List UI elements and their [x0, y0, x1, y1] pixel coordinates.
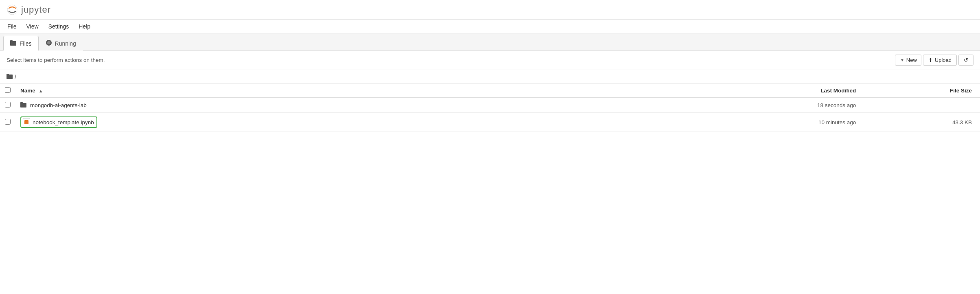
col-header-size[interactable]: File Size — [864, 84, 980, 98]
table-row: notebook_template.ipynb 10 minutes ago 4… — [0, 113, 980, 132]
row1-size — [864, 98, 980, 113]
row1-name-cell[interactable]: mongodb-ai-agents-lab — [15, 98, 690, 113]
refresh-icon: ↺ — [964, 57, 968, 63]
col-size-label: File Size — [950, 88, 972, 94]
row2-checkbox-cell — [0, 113, 15, 132]
table-header-row: Name ▲ Last Modified File Size — [0, 84, 980, 98]
toolbar: Select items to perform actions on them.… — [0, 50, 980, 70]
svg-point-0 — [7, 5, 17, 15]
breadcrumb-path: / — [15, 74, 16, 80]
notebook-icon — [23, 118, 30, 126]
toolbar-help-text: Select items to perform actions on them. — [7, 57, 105, 63]
select-all-header — [0, 84, 15, 98]
svg-rect-6 — [7, 74, 9, 75]
row2-modified: 10 minutes ago — [690, 113, 864, 132]
new-button-label: New — [906, 57, 917, 63]
file-table: Name ▲ Last Modified File Size — [0, 84, 980, 132]
upload-button-label: Upload — [935, 57, 952, 63]
tab-running[interactable]: Running — [39, 36, 83, 50]
row1-modified: 18 seconds ago — [690, 98, 864, 113]
toolbar-actions: ▼ New ⬆ Upload ↺ — [895, 55, 973, 66]
jupyter-logo-icon — [7, 4, 18, 15]
row2-name-cell[interactable]: notebook_template.ipynb — [15, 113, 690, 132]
refresh-button[interactable]: ↺ — [958, 55, 973, 66]
select-all-checkbox[interactable] — [5, 87, 11, 93]
svg-rect-2 — [10, 40, 13, 42]
breadcrumb: / — [0, 70, 980, 84]
col-header-modified[interactable]: Last Modified — [690, 84, 864, 98]
row2-checkbox[interactable] — [5, 119, 11, 125]
tab-files[interactable]: Files — [3, 36, 39, 50]
row1-filename: mongodb-ai-agents-lab — [30, 102, 87, 108]
col-header-name[interactable]: Name ▲ — [15, 84, 690, 98]
menu-item-help[interactable]: Help — [74, 22, 94, 31]
row2-size: 43.3 KB — [864, 113, 980, 132]
logo-area: jupyter — [7, 4, 51, 15]
new-button[interactable]: ▼ New — [895, 55, 921, 66]
folder-icon-sm — [20, 102, 27, 109]
col-name-label: Name — [20, 88, 35, 94]
table-row: mongodb-ai-agents-lab 18 seconds ago — [0, 98, 980, 113]
folder-icon — [10, 40, 17, 47]
app-title: jupyter — [21, 4, 51, 15]
row2-filename: notebook_template.ipynb — [33, 119, 94, 125]
tabs-bar: Files Running — [0, 33, 980, 50]
col-modified-label: Last Modified — [820, 88, 856, 94]
tab-running-label: Running — [55, 40, 76, 47]
svg-rect-9 — [24, 120, 28, 124]
upload-icon: ⬆ — [928, 57, 933, 63]
row1-checkbox[interactable] — [5, 102, 11, 108]
new-dropdown-arrow: ▼ — [900, 58, 904, 62]
svg-point-4 — [47, 41, 50, 44]
breadcrumb-folder-icon — [7, 73, 13, 80]
menu-item-settings[interactable]: Settings — [44, 22, 73, 31]
svg-rect-8 — [20, 102, 23, 104]
menu-item-view[interactable]: View — [22, 22, 43, 31]
notebook-highlighted-wrapper: notebook_template.ipynb — [20, 116, 97, 128]
tab-files-label: Files — [20, 40, 32, 47]
menubar: File View Settings Help — [0, 20, 980, 33]
app-header: jupyter — [0, 0, 980, 20]
upload-button[interactable]: ⬆ Upload — [923, 55, 957, 66]
menu-item-file[interactable]: File — [3, 22, 21, 31]
row1-checkbox-cell — [0, 98, 15, 113]
running-icon — [46, 39, 52, 47]
sort-arrow-icon: ▲ — [39, 88, 43, 93]
